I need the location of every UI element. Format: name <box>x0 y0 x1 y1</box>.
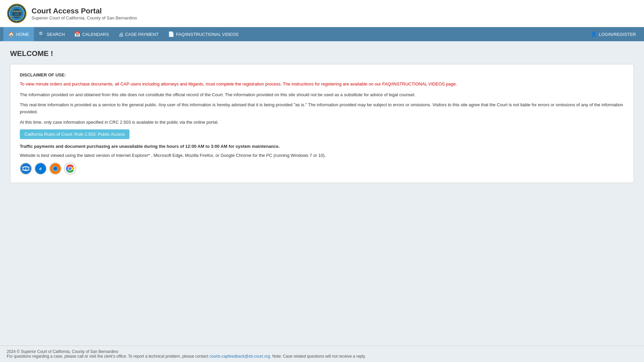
nav-calendars-label: CALENDARS <box>82 32 109 37</box>
browser-icons-row: e e <box>20 163 624 175</box>
search-icon: 🔍 <box>39 31 45 37</box>
svg-text:SUPERIOR: SUPERIOR <box>12 10 21 12</box>
nav-items-left: 🏠 HOME 🔍 SEARCH 📅 CALENDARS 🖨 CASE PAYME… <box>3 27 586 41</box>
maintenance-notice: Traffic payments and document purchasing… <box>20 144 624 149</box>
browser-compat-text: Website is best viewed using the latest … <box>20 152 624 159</box>
site-title: Court Access Portal <box>32 7 137 15</box>
firefox-icon <box>49 163 61 175</box>
main-content: WELCOME ! DISCLAIMER OF USE: To view min… <box>0 41 644 191</box>
nav-case-payment-label: CASE PAYMENT <box>125 32 159 37</box>
page-title: WELCOME ! <box>10 49 634 58</box>
info-text-2: This real-time information is provided a… <box>20 102 624 116</box>
footer-contact-email[interactable]: courts-capfeedback@sb-court.org <box>209 354 270 359</box>
nav-items-right: 👤 LOGIN/REGISTER <box>586 27 641 41</box>
nav-faq[interactable]: 📄 FAQ/INSTRUCTIONAL VIDEOS <box>163 27 244 41</box>
faq-icon: 📄 <box>168 31 174 37</box>
info-text-3: At this time, only case information spec… <box>20 119 624 126</box>
welcome-content-box: DISCLAIMER OF USE: To view minute orders… <box>10 64 634 183</box>
ie-icon: e <box>20 163 32 175</box>
footer-copyright: 2024 © Superior Court of California, Cou… <box>7 349 637 354</box>
user-icon: 👤 <box>591 31 597 37</box>
nav-faq-label: FAQ/INSTRUCTIONAL VIDEOS <box>176 32 239 37</box>
nav-search-label: SEARCH <box>47 32 65 37</box>
svg-text:e: e <box>25 167 27 171</box>
crc-button[interactable]: California Rules of Court: Rule 2.503. P… <box>20 129 129 139</box>
nav-login-label: LOGIN/REGISTER <box>599 32 636 37</box>
nav-home-label: HOME <box>16 32 29 37</box>
edge-icon: e <box>35 163 47 175</box>
svg-point-6 <box>16 6 17 7</box>
chrome-icon <box>64 163 76 175</box>
svg-point-8 <box>9 13 10 14</box>
svg-point-19 <box>54 167 57 171</box>
svg-text:SAN BERNARDINO: SAN BERNARDINO <box>11 16 22 17</box>
nav-search[interactable]: 🔍 SEARCH <box>34 27 69 41</box>
svg-point-7 <box>16 20 17 21</box>
court-seal-icon: SUPERIOR COURT SAN BERNARDINO <box>7 3 27 23</box>
logo-container: SUPERIOR COURT SAN BERNARDINO <box>7 3 27 23</box>
nav-calendars[interactable]: 📅 CALENDARS <box>69 27 113 41</box>
case-payment-icon: 🖨 <box>118 32 123 37</box>
nav-login[interactable]: 👤 LOGIN/REGISTER <box>586 27 641 41</box>
disclaimer-title: DISCLAIMER OF USE: <box>20 72 624 77</box>
footer-contact-text-before: For questions regarding a case, please c… <box>7 354 209 359</box>
disclaimer-warning: To view minute orders and purchase docum… <box>20 81 624 87</box>
site-footer: 2024 © Superior Court of California, Cou… <box>0 346 644 362</box>
svg-text:COURT: COURT <box>14 13 19 15</box>
site-header: SUPERIOR COURT SAN BERNARDINO Court Acce… <box>0 0 644 27</box>
calendars-icon: 📅 <box>74 31 80 37</box>
info-text-1: The information provided on and obtained… <box>20 92 624 99</box>
home-icon: 🏠 <box>8 31 14 37</box>
svg-point-22 <box>69 167 72 170</box>
svg-point-9 <box>24 13 25 14</box>
site-title-block: Court Access Portal Superior Court of Ca… <box>32 7 137 20</box>
nav-case-payment[interactable]: 🖨 CASE PAYMENT <box>114 27 163 41</box>
footer-contact: For questions regarding a case, please c… <box>7 354 637 359</box>
svg-text:e: e <box>39 166 42 172</box>
footer-contact-text-after: . Note: Case related questions will not … <box>270 354 366 359</box>
site-subtitle: Superior Court of California, County of … <box>32 15 137 20</box>
nav-home[interactable]: 🏠 HOME <box>3 27 34 41</box>
main-navbar: 🏠 HOME 🔍 SEARCH 📅 CALENDARS 🖨 CASE PAYME… <box>0 27 644 41</box>
